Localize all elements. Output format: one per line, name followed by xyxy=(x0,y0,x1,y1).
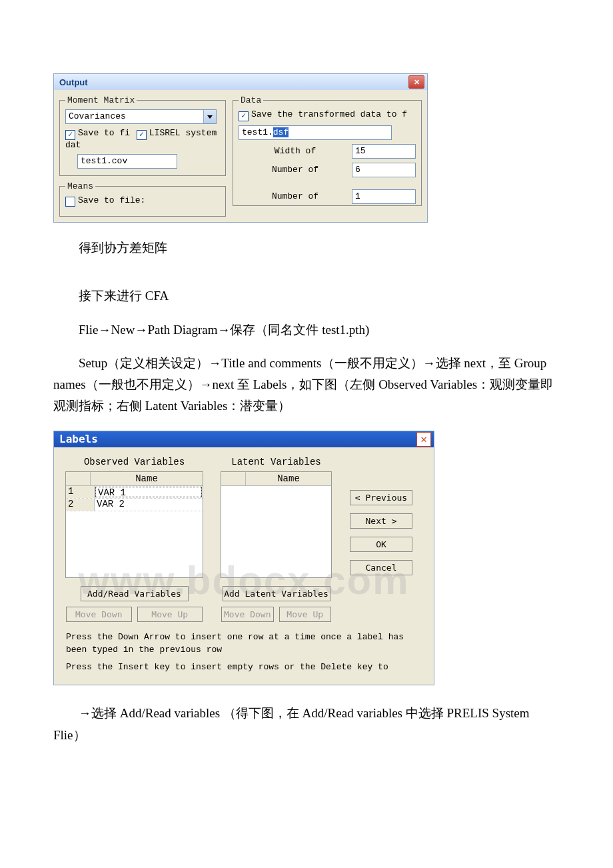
number2-label: Number of xyxy=(239,191,352,201)
obs-move-up-button[interactable]: Move Up xyxy=(137,607,203,622)
means-group: Means ✓Save to file: xyxy=(59,181,226,217)
number2-input[interactable]: 1 xyxy=(352,189,416,204)
chevron-down-icon[interactable] xyxy=(203,110,216,123)
observed-header: Observed Variables xyxy=(84,457,185,467)
lat-move-up-button[interactable]: Move Up xyxy=(279,607,332,622)
doc-p2: 接下来进行 CFA xyxy=(53,285,560,307)
latent-column: Latent Variables Name Add Latent Variabl… xyxy=(221,457,331,622)
number1-label: Number of xyxy=(239,165,352,175)
width-input[interactable]: 15 xyxy=(352,144,416,159)
data-legend: Data xyxy=(239,95,263,105)
doc-p3: Flie→New→Path Diagram→保存（同名文件 test1.pth) xyxy=(53,319,560,341)
grid-name-header: Name xyxy=(246,472,331,485)
latent-grid[interactable]: Name xyxy=(221,471,332,578)
doc-p5: →选择 Add/Read variables （得下图，在 Add/Read v… xyxy=(53,703,560,746)
observed-grid[interactable]: Name 1VAR 1 2VAR 2 xyxy=(65,471,203,578)
covariance-select[interactable]: Covariances xyxy=(65,109,217,124)
ok-button[interactable]: OK xyxy=(350,537,412,552)
save-to-fi-checkbox[interactable]: ✓ xyxy=(65,130,75,140)
add-latent-variables-button[interactable]: Add Latent Variables xyxy=(223,586,330,601)
output-dialog: Output ✕ Moment Matrix Covariances ✓Save… xyxy=(53,73,428,223)
file-ext-selected: dsf xyxy=(273,127,289,137)
wizard-buttons: < Previous Next > OK Cancel xyxy=(350,490,412,622)
save-trans-label: Save the transformed data to f xyxy=(251,109,407,119)
labels-titlebar: Labels ✕ xyxy=(54,431,434,447)
output-title: Output xyxy=(59,77,88,87)
table-row[interactable]: 2VAR 2 xyxy=(66,499,203,511)
add-read-variables-button[interactable]: Add/Read Variables xyxy=(81,586,189,601)
hint-text-2: Press the Insert key to insert empty row… xyxy=(66,661,422,674)
next-button[interactable]: Next > xyxy=(350,513,412,529)
grid-name-header: Name xyxy=(91,472,203,485)
doc-p4: Setup（定义相关设定）→Title and comments（一般不用定义）… xyxy=(53,353,560,417)
close-icon[interactable]: ✕ xyxy=(416,432,431,447)
table-row[interactable]: 1VAR 1 xyxy=(66,486,203,499)
moment-file-input[interactable]: test1.cov xyxy=(77,154,177,169)
data-file-input[interactable]: test1.dsf xyxy=(239,125,392,140)
number1-input[interactable]: 6 xyxy=(352,163,416,177)
previous-button[interactable]: < Previous xyxy=(350,490,412,505)
means-save-label: Save to file: xyxy=(78,195,145,205)
labels-title: Labels xyxy=(59,433,98,445)
hint-text-1: Press the Down Arrow to insert one row a… xyxy=(66,631,422,657)
covariance-value: Covariances xyxy=(66,110,203,123)
lisrel-checkbox[interactable]: ✓ xyxy=(137,130,147,140)
means-save-checkbox[interactable]: ✓ xyxy=(65,197,75,207)
moment-matrix-group: Moment Matrix Covariances ✓Save to fi ✓L… xyxy=(59,95,226,176)
save-trans-checkbox[interactable]: ✓ xyxy=(239,111,249,121)
lat-move-down-button[interactable]: Move Down xyxy=(221,607,274,622)
data-group: Data ✓Save the transformed data to f tes… xyxy=(233,95,422,206)
obs-move-down-button[interactable]: Move Down xyxy=(66,607,132,622)
output-titlebar: Output ✕ xyxy=(54,74,427,90)
means-legend: Means xyxy=(65,181,95,191)
save-to-fi-label: Save to fi xyxy=(78,128,130,138)
doc-p1: 得到协方差矩阵 xyxy=(53,237,560,259)
close-icon[interactable]: ✕ xyxy=(408,75,424,89)
moment-legend: Moment Matrix xyxy=(65,95,137,105)
latent-header: Latent Variables xyxy=(231,457,320,467)
observed-column: Observed Variables Name 1VAR 1 2VAR 2 Ad… xyxy=(66,457,203,622)
labels-dialog: Labels ✕ www.bdocx.com Observed Variable… xyxy=(53,431,434,686)
cancel-button[interactable]: Cancel xyxy=(350,560,412,575)
width-label: Width of xyxy=(239,146,352,156)
